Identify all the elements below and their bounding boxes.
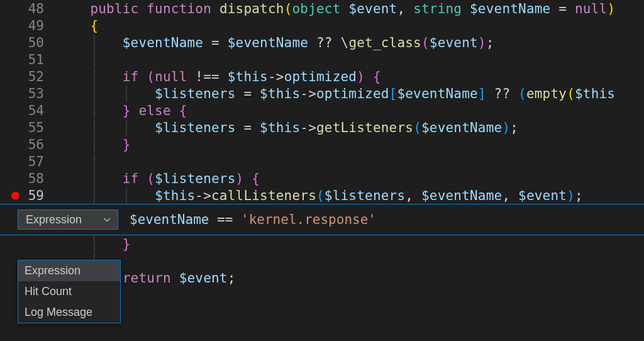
code-line[interactable]: │ } [0,235,644,252]
type: object [292,1,340,16]
variable: $listeners [325,188,405,203]
variable: $event [179,271,228,286]
line-number: 49 [0,18,58,33]
code-content[interactable]: │ │ $listeners = $this->getListeners($ev… [58,120,644,135]
variable: $this [575,86,615,101]
line-number-text: 59 [28,188,44,203]
variable: $listeners [155,86,235,101]
variable: $eventName [397,86,477,101]
breakpoint-icon[interactable] [11,191,19,199]
code-line[interactable]: 53 │ │ $listeners = $this->optimized[$ev… [0,85,644,102]
line-number: 52 [0,69,58,84]
line-number: 50 [0,35,58,50]
property: optimized [316,86,389,101]
code-content[interactable]: │ [58,254,644,269]
keyword: if [123,171,139,186]
code-line[interactable]: 49 { [0,17,644,34]
keyword: else [138,103,170,118]
variable: $this [260,120,300,135]
variable: $event [430,35,478,50]
code-content[interactable]: │ [58,52,644,67]
variable: $this [155,188,195,203]
keyword: if [123,69,139,84]
line-number: 48 [0,1,58,16]
code-editor[interactable]: 48 public function dispatch(object $even… [0,0,644,341]
keyword: public [90,1,138,16]
code-line[interactable]: 58 │ if ($listeners) { [0,170,644,187]
function-name: get_class [348,35,421,50]
keyword: function [147,1,211,16]
dropdown-option-log-message[interactable]: Log Message [18,302,120,323]
code-content[interactable]: public function dispatch(object $event, … [58,1,644,16]
function-name: empty [526,86,567,101]
code-content[interactable]: │ if ($listeners) { [58,171,644,186]
variable: $eventName [421,120,502,135]
variable: $eventName [421,188,502,203]
keyword: null [575,1,607,16]
code-line[interactable]: 54 │ } else { [0,102,644,119]
line-number: 57 [0,154,58,169]
variable: $eventName [470,1,550,16]
line-number: 58 [0,171,58,186]
code-content[interactable]: } [58,288,644,303]
code-line[interactable]: 52 │ if (null !== $this->optimized) { [0,68,644,85]
code-content[interactable]: │ } [58,237,644,252]
code-content[interactable]: │ } else { [58,103,644,118]
function-name: dispatch [219,1,284,16]
code-line[interactable]: 56 │ } [0,136,644,153]
code-content[interactable]: │ │ $this->callListeners($listeners, $ev… [58,188,644,203]
breakpoint-expression-input[interactable]: $eventName == 'kernel.response' [130,212,644,227]
line-number: 51 [0,52,58,67]
code-content[interactable]: { [58,18,644,33]
variable: $event [518,188,567,203]
line-number: 59 [0,188,58,203]
code-content[interactable]: │ │ $listeners = $this->optimized[$event… [58,86,644,101]
keyword: null [155,69,187,84]
code-content[interactable]: │ $eventName = $eventName ?? \get_class(… [58,35,644,50]
function-name: callListeners [211,188,316,203]
variable: $eventName [228,35,308,50]
code-line-current[interactable]: 59 │ │ $this->callListeners($listeners, … [0,187,644,204]
brace: } [123,237,131,252]
variable: $listeners [155,120,235,135]
code-line[interactable]: 51 │ [0,51,644,68]
line-number: 56 [0,137,58,152]
code-content[interactable]: │ [58,154,644,169]
line-number: 55 [0,120,58,135]
function-name: getListeners [316,120,413,135]
property: optimized [284,69,357,84]
breakpoint-condition-widget: Expression $eventName == 'kernel.respons… [0,204,644,235]
code-content[interactable]: │ } [58,137,644,152]
dropdown-option-expression[interactable]: Expression [18,260,120,281]
code-line[interactable]: 55 │ │ $listeners = $this->getListeners(… [0,119,644,136]
breakpoint-type-dropdown: Expression Hit Count Log Message [18,260,121,323]
chevron-down-icon [103,215,111,224]
dropdown-option-hit-count[interactable]: Hit Count [18,281,120,302]
keyword: return [123,271,171,286]
breakpoint-type-select[interactable]: Expression [18,210,118,230]
variable: $this [260,86,300,101]
code-content[interactable]: │ if (null !== $this->optimized) { [58,69,644,84]
code-content[interactable]: │ return $event; [58,271,644,286]
variable: $this [228,69,268,84]
variable: $listeners [155,171,235,186]
code-line[interactable]: 50 │ $eventName = $eventName ?? \get_cla… [0,34,644,51]
code-line[interactable]: 48 public function dispatch(object $even… [0,0,644,17]
variable: $event [348,1,397,16]
breakpoint-type-label: Expression [26,213,82,226]
variable: $eventName [123,35,203,50]
type: string [413,1,462,16]
line-number: 53 [0,86,58,101]
line-number: 54 [0,103,58,118]
code-line[interactable]: 57 │ [0,153,644,170]
